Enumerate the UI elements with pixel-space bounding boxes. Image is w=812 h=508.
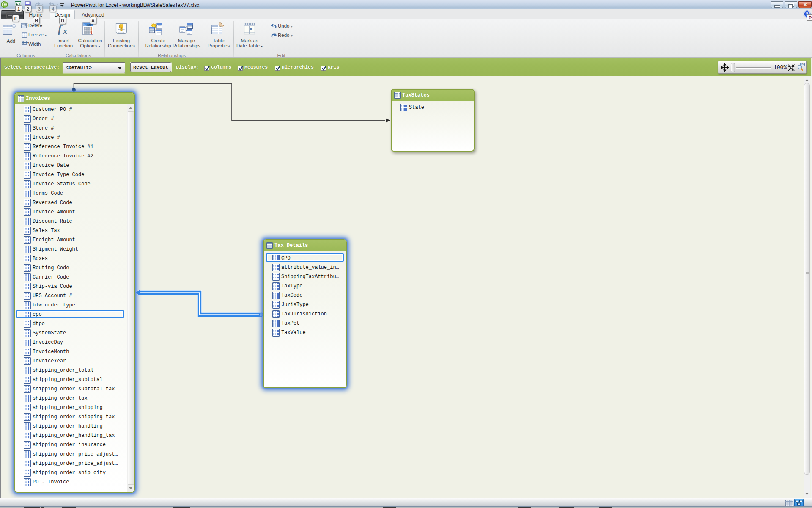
svg-text:100: 100 — [801, 63, 804, 66]
